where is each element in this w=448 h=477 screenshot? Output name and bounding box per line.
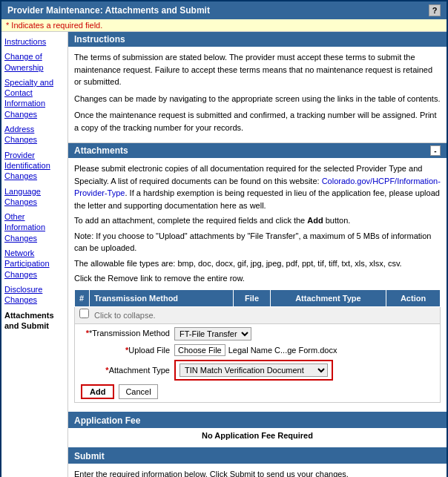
- upload-file-row: *Upload File Choose File Legal Name C...…: [81, 344, 434, 357]
- sidebar-item-disclosure-changes[interactable]: Disclosure Changes: [4, 284, 65, 306]
- attachment-type-row: *Attachment Type TIN Match Verification …: [81, 360, 434, 381]
- transmission-method-row: **Transmission Method FT-File Transfer U…: [81, 327, 434, 341]
- col-file: File: [234, 289, 270, 307]
- col-attachment-type: Attachment Type: [270, 289, 386, 307]
- sidebar-item-specialty-contact[interactable]: Specialty and Contact Information Change…: [4, 77, 65, 119]
- collapse-row: Click to collapse.: [75, 307, 441, 324]
- instructions-header: Instructions: [68, 32, 447, 47]
- sidebar: Instructions Change of Ownership Special…: [1, 32, 68, 477]
- instructions-para1: The terms of submission are stated below…: [74, 51, 441, 88]
- transmission-method-select[interactable]: FT-File Transfer Upload: [174, 327, 251, 341]
- title-bar: Provider Maintenance: Attachments and Su…: [1, 1, 447, 19]
- submit-body: Enter the required information below. Cl…: [68, 464, 447, 477]
- sidebar-item-language-changes[interactable]: Language Changes: [4, 186, 65, 208]
- attachments-add-desc: To add an attachment, complete the requi…: [74, 214, 441, 227]
- sidebar-item-other-information[interactable]: Other Information Changes: [4, 211, 65, 243]
- content-area: Instructions The terms of submission are…: [68, 32, 447, 477]
- app-fee-body: No Application Fee Required: [68, 428, 447, 443]
- col-number: #: [75, 289, 90, 307]
- attachments-body: Please submit electronic copies of all d…: [68, 158, 447, 407]
- form-row-transmission: **Transmission Method FT-File Transfer U…: [75, 323, 441, 403]
- file-name-display: Legal Name C...ge Form.docx: [228, 344, 337, 357]
- attachments-note: Note: If you choose to "Upload" attachme…: [74, 230, 441, 254]
- submit-section: Submit Enter the required information be…: [68, 447, 447, 477]
- attachments-collapse-btn[interactable]: -: [430, 145, 441, 156]
- instructions-para3: Once the maintenance request is submitte…: [74, 109, 441, 134]
- main-container: Provider Maintenance: Attachments and Su…: [0, 0, 448, 477]
- help-icon[interactable]: ?: [429, 4, 441, 16]
- submit-para1: Enter the required information below. Cl…: [74, 468, 441, 477]
- sidebar-item-address-changes[interactable]: Address Changes: [4, 124, 65, 145]
- window-title: Provider Maintenance: Attachments and Su…: [7, 5, 210, 16]
- instructions-body: The terms of submission are stated below…: [68, 47, 447, 143]
- add-button[interactable]: Add: [81, 384, 114, 399]
- form-cancel-button[interactable]: Cancel: [119, 384, 157, 399]
- submit-header: Submit: [68, 449, 447, 464]
- sidebar-item-provider-identification[interactable]: Provider Identification Changes: [4, 150, 65, 182]
- attachments-file-types: The allowable file types are: bmp, doc, …: [74, 257, 441, 270]
- sidebar-item-attachments-submit: Attachments and Submit: [4, 311, 54, 330]
- attachments-table: # Transmission Method File Attachment Ty…: [74, 289, 441, 404]
- attachment-type-box: TIN Match Verification Document Other: [174, 360, 333, 381]
- sidebar-item-network-participation[interactable]: Network Participation Changes: [4, 248, 65, 280]
- col-transmission: Transmission Method: [90, 289, 234, 307]
- attachments-desc: Please submit electronic copies of all d…: [74, 162, 441, 211]
- application-fee-section: Application Fee No Application Fee Requi…: [68, 412, 447, 443]
- instructions-para2: Changes can be made by navigating to the…: [74, 93, 441, 105]
- col-action: Action: [386, 289, 441, 307]
- choose-file-button[interactable]: Choose File: [174, 344, 225, 356]
- required-note: * Indicates a required field.: [1, 19, 447, 32]
- attachments-header: Attachments -: [68, 143, 447, 158]
- attachments-remove-note: Click the Remove link to remove the enti…: [74, 272, 441, 285]
- attachment-type-select[interactable]: TIN Match Verification Document Other: [179, 363, 328, 377]
- sidebar-item-instructions[interactable]: Instructions: [4, 36, 65, 47]
- sidebar-item-change-of-ownership[interactable]: Change of Ownership: [4, 51, 65, 73]
- app-fee-header: Application Fee: [68, 413, 447, 428]
- main-layout: Instructions Change of Ownership Special…: [1, 32, 447, 477]
- collapse-checkbox[interactable]: [79, 309, 89, 318]
- form-buttons: Add Cancel: [81, 384, 434, 399]
